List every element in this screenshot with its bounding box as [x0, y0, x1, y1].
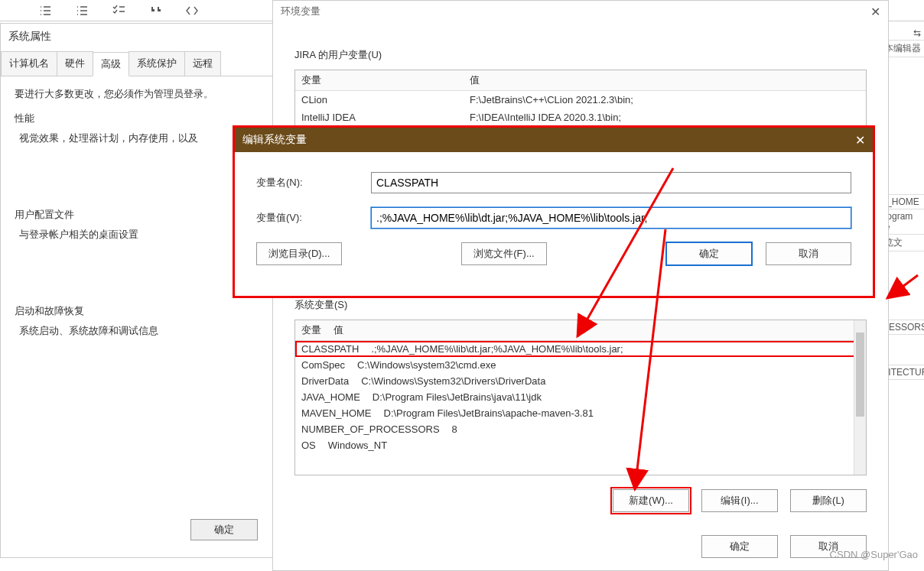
perf-label: 性能 — [15, 112, 261, 125]
sysprops-title: 系统属性 — [1, 24, 275, 50]
edit-button[interactable]: 编辑(I)... — [701, 489, 778, 512]
boot-sub: 系统启动、系统故障和调试信息 — [19, 324, 261, 338]
browse-dir-button[interactable]: 浏览目录(D)... — [256, 242, 342, 265]
col-name: 变量 — [295, 70, 464, 90]
env-title: 环境变量 — [281, 5, 320, 18]
code-icon — [185, 4, 199, 18]
sys-vars-label: 系统变量(S) — [294, 298, 867, 312]
sys-vars-table[interactable]: 变量 值 CLASSPATH .;%JAVA_HOME%\lib\dt.jar;… — [294, 320, 867, 475]
table-row: ComSpecC:\Windows\system32\cmd.exe — [295, 357, 866, 373]
tab-advanced[interactable]: 高级 — [93, 52, 129, 76]
quote-icon — [148, 4, 162, 18]
list-ol-icon — [75, 4, 89, 18]
edit-title: 编辑系统变量 — [242, 133, 307, 147]
user-vars-table[interactable]: 变量 值 CLion F:\JetBrains\C++\CLion 2021.2… — [294, 70, 867, 127]
table-row: MAVEN_HOMED:\Program Files\JetBrains\apa… — [295, 405, 866, 421]
sysprops-tabs: 计算机名 硬件 高级 系统保护 远程 — [1, 50, 275, 76]
edit-sysvar-dialog: 编辑系统变量 ✕ 变量名(N): 变量值(V): 浏览目录(D)... 浏览文件… — [233, 125, 875, 298]
close-icon[interactable]: ✕ — [855, 133, 865, 148]
user-profile-label: 用户配置文件 — [15, 208, 261, 222]
list-ul-icon — [38, 4, 52, 18]
delete-button[interactable]: 删除(L) — [790, 489, 867, 512]
table-row: CLion F:\JetBrains\C++\CLion 2021.2.3\bi… — [295, 91, 866, 109]
browse-file-button[interactable]: 浏览文件(F)... — [461, 242, 547, 265]
new-button[interactable]: 新建(W)... — [613, 489, 689, 512]
var-name-input[interactable] — [371, 172, 851, 193]
var-name-label: 变量名(N): — [256, 176, 371, 190]
table-row: NUMBER_OF_PROCESSORS8 — [295, 421, 866, 437]
user-profile-sub: 与登录帐户相关的桌面设置 — [19, 228, 261, 242]
list-check-icon — [112, 4, 125, 18]
table-row: JAVA_HOMED:\Program Files\JetBrains\java… — [295, 389, 866, 405]
table-row-classpath: CLASSPATH .;%JAVA_HOME%\lib\dt.jar;%JAVA… — [295, 341, 866, 357]
sysprops-ok-button[interactable]: 确定 — [190, 519, 258, 540]
tab-remote[interactable]: 远程 — [184, 51, 221, 76]
table-row: IntelliJ IDEA F:\IDEA\IntelliJ IDEA 2020… — [295, 109, 866, 126]
perf-sub: 视觉效果，处理器计划，内存使用，以及 — [19, 131, 261, 145]
table-row: OSWindows_NT — [295, 437, 866, 453]
tab-system-protection[interactable]: 系统保护 — [129, 51, 185, 76]
scrollbar[interactable] — [854, 320, 866, 475]
user-vars-label: JIRA 的用户变量(U) — [294, 48, 867, 62]
admin-note: 要进行大多数更改，您必须作为管理员登录。 — [15, 87, 261, 101]
env-ok-button[interactable]: 确定 — [701, 535, 778, 558]
col-value: 值 — [464, 70, 866, 90]
boot-label: 启动和故障恢复 — [15, 304, 261, 318]
edit-cancel-button[interactable]: 取消 — [766, 242, 851, 265]
close-icon[interactable]: ✕ — [870, 5, 880, 19]
tab-hardware[interactable]: 硬件 — [57, 51, 93, 76]
var-value-label: 变量值(V): — [256, 211, 371, 225]
table-row: DriverDataC:\Windows\System32\Drivers\Dr… — [295, 373, 866, 389]
tab-computer-name[interactable]: 计算机名 — [1, 51, 57, 76]
var-value-input[interactable] — [371, 207, 851, 229]
watermark: CSDN @Super'Gao — [830, 549, 918, 560]
edit-ok-button[interactable]: 确定 — [666, 242, 752, 265]
